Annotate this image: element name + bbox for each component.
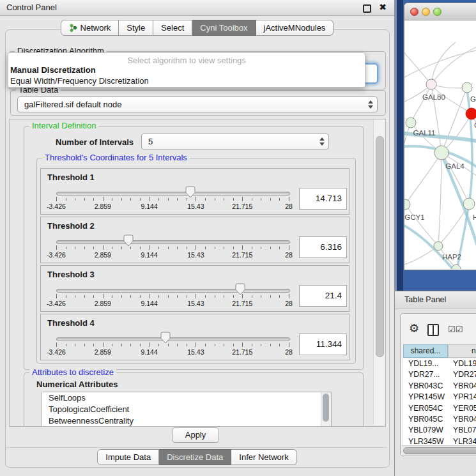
tab-select[interactable]: Select [153,20,192,36]
tick-mark [66,198,66,201]
tick-mark [121,344,122,346]
table-hscrollbar-thumb[interactable] [403,447,476,454]
table-data-group: Table Data galFiltered.sif default node [10,90,386,116]
slider-track[interactable] [56,289,290,293]
zoom-traffic-light-icon[interactable] [433,8,441,16]
tick-mark [103,245,104,250]
tick-mark [93,295,94,298]
minimize-traffic-light-icon[interactable] [422,8,430,16]
tick-mark [224,344,224,346]
tick-mark [187,295,187,298]
column-layout-icon[interactable] [427,324,439,336]
tick-mark [224,198,224,201]
settings-scrollbar-thumb[interactable] [376,136,384,357]
attributes-scrollbar-thumb[interactable] [323,394,329,422]
network-node[interactable] [406,118,416,128]
network-node[interactable] [434,242,443,250]
numerical-attributes-list[interactable]: SelfLoopsTopologicalCoefficientBetweenne… [42,392,332,427]
attribute-item-betweennesscentrality[interactable]: BetweennessCentrality [42,415,331,427]
table-row[interactable]: YDL19...YDL19 [403,358,476,369]
tick-mark [158,295,159,298]
menu-item-equal-width-frequency[interactable]: Equal Width/Frequency Discretization [10,76,149,86]
tick-label: 9.144 [134,348,165,356]
tab-cyni-toolbox[interactable]: Cyni Toolbox [192,20,256,36]
close-icon[interactable]: ✖ [379,2,387,12]
settings-vertical-scrollbar[interactable] [373,119,385,425]
table-row[interactable]: YER054CYER054C [403,403,476,414]
table-row[interactable]: YLR345WYLR345W [403,436,476,446]
network-node[interactable] [426,79,436,89]
tick-mark [177,295,178,298]
network-node[interactable] [462,82,472,93]
table-data-combobox-value: galFiltered.sif default node [24,97,121,112]
attribute-item-topologicalcoefficient[interactable]: TopologicalCoefficient [42,404,331,415]
tick-mark [121,198,122,201]
network-canvas[interactable]: GAL80GACGAL11GAL4GCY1HHAP2 [404,20,476,269]
tab-impute-data[interactable]: Impute Data [97,449,159,465]
tick-mark [150,294,150,298]
number-of-intervals-combobox[interactable]: 5 [141,134,329,150]
tick-mark [93,344,94,346]
threshold-label: Threshold 1 [47,173,95,182]
close-traffic-light-icon[interactable] [410,8,418,16]
tick-mark [66,295,66,298]
table-row[interactable]: YBL079WYBL079W [403,425,476,436]
node-label-gal80: GAL80 [422,93,445,101]
table-row[interactable]: YPR145WYPR145W [403,392,476,403]
tick-mark [130,295,131,298]
float-window-icon[interactable] [363,4,371,13]
bottom-tab-bar: Impute DataDiscretize DataInfer Network [0,449,394,465]
gear-icon[interactable]: ⚙ [409,321,419,335]
threshold-value-field[interactable]: 11.344 [299,334,347,355]
threshold-value-field[interactable]: 6.316 [299,236,347,258]
tab-infer-network[interactable]: Infer Network [231,449,296,465]
tick-mark [84,198,85,201]
node-label-gal11: GAL11 [413,129,436,137]
network-node[interactable] [404,199,410,210]
table-panel-header: Table Panel [395,291,476,309]
slider-track[interactable] [56,240,290,244]
tab-label: Network [81,23,111,33]
network-window-titlebar [404,3,476,20]
network-node[interactable] [434,146,449,160]
column-header-shared-name[interactable]: shared... [403,344,448,358]
tab-discretize-data[interactable]: Discretize Data [159,449,231,465]
slider-track[interactable] [56,192,290,196]
slider-track[interactable] [56,337,290,341]
table-rows: YDL19...YDL19YDR27...YDR27YBR043CYBR043C… [403,358,476,446]
tick-mark [112,295,112,298]
network-node[interactable] [463,198,475,210]
tick-mark [168,247,169,249]
tick-mark [261,247,261,249]
tick-mark [187,198,187,201]
table-row[interactable]: YDR27...YDR27 [403,369,476,380]
tab-style[interactable]: Style [119,20,153,36]
network-node[interactable] [466,108,476,119]
tab-jactivemnodules[interactable]: jActiveMNodules [256,20,334,36]
tick-mark [196,342,196,347]
table-row[interactable]: YBR045CYBR045C [403,414,476,425]
column-header-name[interactable]: name [448,344,476,358]
tick-mark [121,247,122,249]
menu-item-manual-discretization[interactable]: Manual Discretization [10,65,96,75]
threshold-value-field[interactable]: 14.713 [299,188,347,210]
table-data-combobox[interactable]: galFiltered.sif default node [17,96,378,112]
table-row[interactable]: YBR043CYBR043C [403,381,476,392]
slider-thumb[interactable] [235,283,245,295]
tab-network[interactable]: Network [61,20,119,36]
apply-button[interactable]: Apply [172,427,219,443]
tick-mark [261,198,261,201]
slider-thumb[interactable] [160,332,171,344]
tick-mark [215,295,215,298]
table-horizontal-scrollbar[interactable] [401,445,476,455]
attribute-item-selfloops[interactable]: SelfLoops [42,392,331,404]
attributes-scrollbar[interactable] [321,392,331,427]
slider-thumb[interactable] [185,186,196,198]
tick-mark [56,245,57,250]
threshold-value-field[interactable]: 21.4 [299,285,347,307]
tick-label: 2.859 [87,251,119,259]
attributes-group-title: Attributes to discretize [29,367,116,377]
tick-mark [233,247,234,249]
select-columns-icons[interactable]: ☑☑ [448,325,463,334]
slider-thumb[interactable] [123,234,134,247]
